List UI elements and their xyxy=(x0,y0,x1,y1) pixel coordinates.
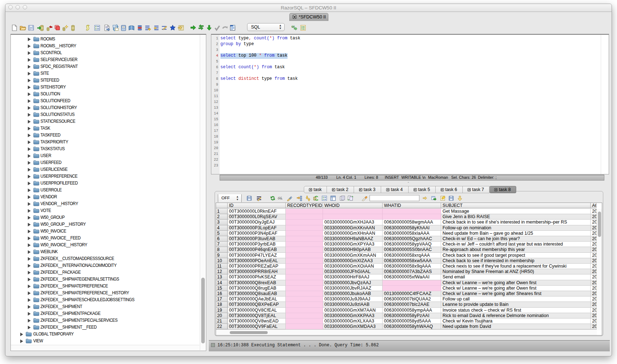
svg-text:66: 66 xyxy=(278,196,282,200)
svg-text:66: 66 xyxy=(292,25,295,29)
